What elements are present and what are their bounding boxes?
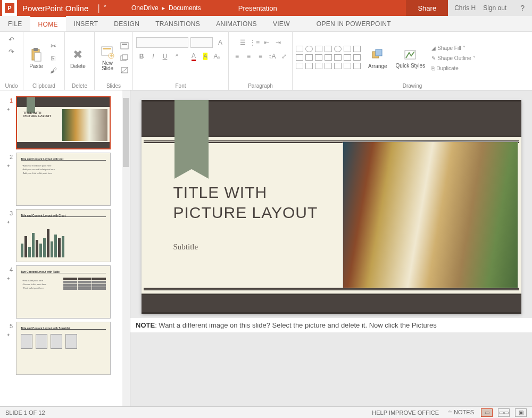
thumbnail-scrollbar[interactable] bbox=[122, 90, 130, 406]
shape-arrow-ud-icon[interactable] bbox=[334, 63, 342, 69]
cut-button[interactable]: ✂ bbox=[48, 40, 59, 51]
decrease-indent-button[interactable]: ⇤ bbox=[261, 37, 272, 48]
sign-out-link[interactable]: Sign out bbox=[483, 4, 506, 12]
slide-thumb-1[interactable]: TITLE WITH PICTURE LAYOUT bbox=[16, 96, 111, 149]
italic-button[interactable]: I bbox=[148, 51, 159, 62]
svg-rect-6 bbox=[121, 43, 128, 49]
shape-circle-icon[interactable] bbox=[334, 46, 342, 52]
font-size-select[interactable] bbox=[190, 37, 213, 48]
normal-view-button[interactable]: ▭ bbox=[481, 408, 493, 417]
bullets-button[interactable]: ☰ bbox=[238, 37, 248, 48]
strikethrough-button[interactable]: ᴬ bbox=[171, 51, 182, 62]
shape-arrow-lr-icon[interactable] bbox=[325, 63, 332, 69]
shape-arrow-d-icon[interactable] bbox=[315, 63, 322, 69]
shape-penta-icon[interactable] bbox=[315, 54, 322, 61]
shape-star-icon[interactable] bbox=[334, 54, 342, 61]
shape-fill-button[interactable]: ◢Shape Fill ˅ bbox=[431, 44, 475, 52]
shape-brace-icon[interactable] bbox=[344, 63, 351, 69]
text-direction-button[interactable]: ↕A bbox=[267, 51, 278, 62]
format-painter-button[interactable]: 🖌 bbox=[48, 65, 59, 76]
hide-slide-button[interactable] bbox=[119, 65, 130, 76]
thumb-index-5: 5 bbox=[4, 322, 13, 329]
undo-button[interactable]: ↶ bbox=[6, 34, 17, 45]
shape-arrow-r-icon[interactable] bbox=[344, 46, 351, 52]
new-slide-button[interactable]: New Slide bbox=[98, 44, 117, 72]
tab-insert[interactable]: INSERT bbox=[66, 16, 106, 31]
slide-thumb-5[interactable]: Title and Content Layout with SmartArt bbox=[16, 322, 111, 375]
shape-outline-button[interactable]: ✎Shape Outline ˅ bbox=[431, 54, 475, 62]
tab-animations[interactable]: ANIMATIONS bbox=[208, 16, 265, 31]
group-clipboard-label: Clipboard bbox=[27, 82, 61, 89]
tab-file[interactable]: FILE bbox=[0, 16, 30, 31]
align-text-button[interactable]: ⤢ bbox=[279, 51, 289, 62]
slide-canvas-area: TITLE WITHPICTURE LAYOUT Subtitle NOTE: … bbox=[130, 90, 532, 406]
shape-arrow-l-icon[interactable] bbox=[296, 63, 303, 69]
tab-open-in-powerpoint[interactable]: OPEN IN POWERPOINT bbox=[309, 16, 399, 31]
slide-editor[interactable]: TITLE WITHPICTURE LAYOUT Subtitle bbox=[142, 100, 521, 314]
duplicate-button[interactable]: ⎘Duplicate bbox=[431, 64, 475, 72]
layout-button[interactable] bbox=[119, 40, 130, 51]
shape-line-icon[interactable] bbox=[296, 46, 303, 52]
shape-rect2-icon[interactable] bbox=[325, 46, 332, 52]
title-bar: P PowerPoint Online │ ˅ OneDrive ▸ Docum… bbox=[0, 0, 532, 16]
delete-button[interactable]: ✖ Delete bbox=[68, 46, 88, 70]
bold-button[interactable]: B bbox=[136, 51, 147, 62]
group-slides-label: Slides bbox=[98, 82, 129, 89]
tab-transitions[interactable]: TRANSITIONS bbox=[147, 16, 208, 31]
shape-arrow-u-icon[interactable] bbox=[305, 63, 313, 69]
shape-oval-icon[interactable] bbox=[305, 46, 313, 52]
slide-thumbnail-panel[interactable]: 1 ✦ TITLE WITH PICTURE LAYOUT 2 ✦ Title … bbox=[0, 90, 130, 406]
speaker-notes[interactable]: NOTE: Want a different image on this sli… bbox=[130, 318, 532, 332]
breadcrumb-root[interactable]: OneDrive bbox=[131, 4, 159, 12]
shapes-gallery[interactable] bbox=[296, 46, 362, 70]
slide-thumb-2[interactable]: Title and Content Layout with List • Add… bbox=[16, 153, 111, 206]
redo-button[interactable]: ↷ bbox=[6, 46, 17, 57]
arrange-button[interactable]: Arrange bbox=[366, 46, 389, 70]
notes-toggle[interactable]: ≐ NOTES bbox=[446, 409, 476, 416]
shape-diamond-icon[interactable] bbox=[305, 54, 313, 61]
slideshow-view-button[interactable]: ▣ bbox=[515, 408, 527, 417]
slide-thumb-3[interactable]: Title and Content Layout with Chart bbox=[16, 209, 111, 262]
shape-more-icon[interactable] bbox=[353, 46, 361, 52]
slide-title-placeholder[interactable]: TITLE WITHPICTURE LAYOUT bbox=[173, 182, 318, 222]
grow-font-button[interactable]: A bbox=[215, 37, 226, 48]
font-family-select[interactable] bbox=[136, 37, 188, 48]
slide-picture-placeholder[interactable] bbox=[343, 141, 518, 288]
duplicate-slide-button[interactable] bbox=[119, 53, 130, 63]
shape-callout-icon[interactable] bbox=[344, 54, 351, 61]
app-menu-chevron-icon[interactable]: │ ˅ bbox=[94, 4, 110, 12]
breadcrumb-folder[interactable]: Documents bbox=[169, 4, 201, 12]
slide-subtitle-placeholder[interactable]: Subtitle bbox=[173, 243, 198, 252]
highlight-button[interactable]: A bbox=[200, 51, 211, 62]
tab-home[interactable]: HOME bbox=[30, 16, 66, 31]
slide-thumb-4[interactable]: Two Content Layout with Table • First bu… bbox=[16, 265, 111, 319]
help-improve-link[interactable]: HELP IMPROVE OFFICE bbox=[370, 409, 440, 416]
align-left-button[interactable]: ≡ bbox=[232, 51, 243, 62]
font-color-button[interactable]: A bbox=[188, 51, 199, 62]
numbering-button[interactable]: ⋮≡ bbox=[250, 37, 260, 48]
canvas-scroll[interactable]: TITLE WITHPICTURE LAYOUT Subtitle NOTE: … bbox=[130, 90, 532, 406]
shape-rect-icon[interactable] bbox=[315, 46, 322, 52]
slide-ribbon-graphic bbox=[174, 100, 209, 169]
duplicate-icon: ⎘ bbox=[431, 65, 435, 71]
share-button[interactable]: Share bbox=[406, 0, 448, 16]
scroll-thumb[interactable] bbox=[123, 98, 129, 167]
underline-button[interactable]: U bbox=[160, 51, 170, 62]
align-right-button[interactable]: ≡ bbox=[255, 51, 266, 62]
shape-tri-icon[interactable] bbox=[296, 54, 303, 61]
copy-button[interactable]: ⎘ bbox=[48, 53, 59, 63]
reading-view-button[interactable]: ▭▭ bbox=[498, 408, 510, 417]
clear-format-button[interactable]: Aₓ bbox=[212, 51, 222, 62]
tab-view[interactable]: VIEW bbox=[265, 16, 298, 31]
align-center-button[interactable]: ≡ bbox=[244, 51, 254, 62]
quick-styles-button[interactable]: Quick Styles bbox=[394, 46, 428, 70]
shape-expand-icon[interactable] bbox=[353, 63, 361, 69]
document-title[interactable]: Presentation bbox=[201, 4, 277, 12]
help-button[interactable]: ? bbox=[513, 0, 532, 16]
shape-hex-icon[interactable] bbox=[325, 54, 332, 61]
tab-design[interactable]: DESIGN bbox=[106, 16, 147, 31]
increase-indent-button[interactable]: ⇥ bbox=[273, 37, 284, 48]
paste-button[interactable]: Paste bbox=[27, 46, 46, 70]
shape-nav-icon[interactable] bbox=[353, 54, 361, 61]
user-name[interactable]: Chris H bbox=[454, 4, 476, 12]
